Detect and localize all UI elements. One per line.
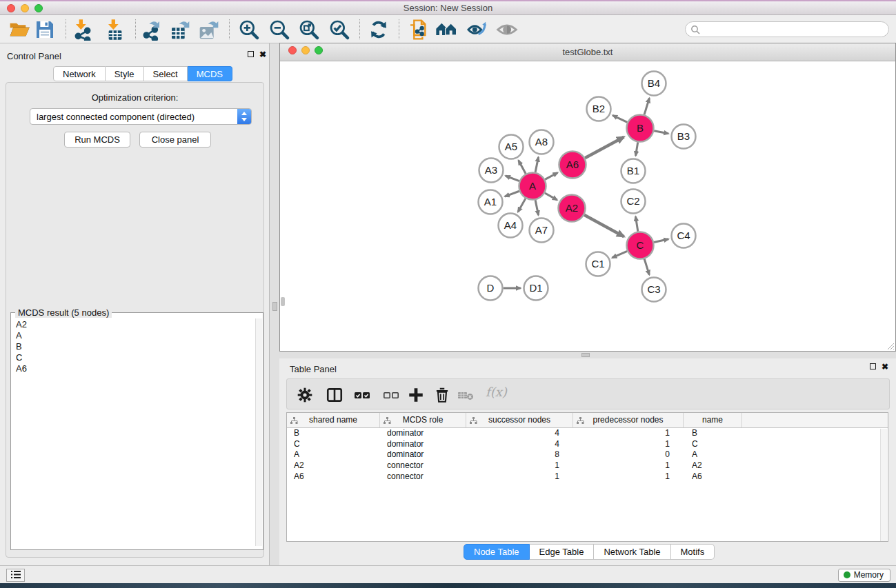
minimize-network-button[interactable]: [301, 46, 310, 54]
zoom-window-button[interactable]: [34, 4, 43, 12]
result-item[interactable]: A6: [12, 363, 256, 374]
import-network-icon[interactable]: [72, 19, 94, 41]
edge-A-A6[interactable]: [545, 172, 557, 179]
result-scrollbar[interactable]: [255, 318, 262, 546]
tab-style[interactable]: Style: [106, 66, 144, 81]
node-C[interactable]: C: [627, 232, 654, 259]
column-header-shared-name[interactable]: shared name: [287, 413, 380, 427]
node-A2[interactable]: A2: [559, 195, 586, 222]
memory-button[interactable]: Memory: [838, 569, 890, 582]
node-D[interactable]: D: [479, 276, 503, 301]
graphics-details-icon[interactable]: [466, 19, 488, 41]
edge-A-A3[interactable]: [506, 176, 519, 181]
node-A[interactable]: A: [519, 173, 546, 200]
zoom-in-icon[interactable]: [238, 19, 260, 41]
result-item[interactable]: A: [12, 330, 256, 341]
node-A8[interactable]: A8: [530, 130, 554, 154]
edge-A-A8[interactable]: [535, 157, 538, 172]
node-A4[interactable]: A4: [499, 214, 523, 238]
table-settings-gear-icon[interactable]: [296, 386, 314, 404]
node-B1[interactable]: B1: [621, 159, 646, 183]
close-network-button[interactable]: [288, 46, 297, 54]
tab-network[interactable]: Network: [53, 66, 106, 81]
refresh-layout-icon[interactable]: [368, 19, 390, 41]
minimize-window-button[interactable]: [21, 4, 29, 12]
tab-node-table[interactable]: Node Table: [464, 544, 530, 560]
resize-corner[interactable]: [886, 342, 895, 350]
network-canvas[interactable]: B4B2BB3A5A8A6A3AB1A1A2C2A4A7C4CC1DD1C3: [280, 61, 895, 352]
column-header-MCDS-role[interactable]: MCDS role: [380, 413, 466, 427]
task-history-button[interactable]: [6, 569, 25, 582]
edge-C-C4[interactable]: [654, 239, 668, 243]
node-C2[interactable]: C2: [621, 190, 646, 214]
node-B3[interactable]: B3: [672, 125, 696, 149]
copy-network-icon[interactable]: [408, 19, 430, 41]
deselect-all-rows-icon[interactable]: [382, 386, 400, 404]
table-row[interactable]: Cdominator41C: [287, 439, 888, 450]
node-B2[interactable]: B2: [587, 97, 611, 121]
node-A6[interactable]: A6: [559, 152, 586, 179]
import-table-icon[interactable]: [104, 19, 126, 41]
close-table-panel-icon[interactable]: ✖: [882, 363, 888, 370]
home-view-icon[interactable]: [435, 19, 457, 41]
delete-column-icon[interactable]: [433, 386, 451, 404]
column-header-name[interactable]: name: [684, 413, 742, 427]
table-scrollbar[interactable]: [880, 429, 887, 541]
node-A3[interactable]: A3: [479, 159, 504, 183]
node-A7[interactable]: A7: [530, 219, 554, 243]
node-A1[interactable]: A1: [479, 190, 503, 214]
close-panel-button[interactable]: Close panel: [139, 132, 211, 148]
node-A5[interactable]: A5: [499, 135, 524, 159]
edge-B-B1[interactable]: [636, 142, 638, 156]
node-B4[interactable]: B4: [642, 72, 666, 96]
tab-motifs[interactable]: Motifs: [671, 544, 715, 560]
tab-select[interactable]: Select: [144, 66, 188, 81]
select-all-rows-icon[interactable]: [353, 386, 371, 404]
function-builder-icon[interactable]: f(x): [486, 385, 507, 399]
float-panel-icon[interactable]: [248, 51, 254, 57]
close-panel-icon[interactable]: ✖: [259, 51, 266, 58]
split-handle[interactable]: [272, 302, 277, 311]
zoom-fit-icon[interactable]: [298, 19, 320, 41]
save-session-icon[interactable]: [34, 19, 56, 41]
export-image-icon[interactable]: [198, 19, 220, 41]
edge-B-B2[interactable]: [613, 115, 627, 122]
node-B[interactable]: B: [627, 115, 654, 142]
edge-C-C3[interactable]: [644, 259, 649, 275]
edge-B-B4[interactable]: [644, 98, 649, 114]
edge-A-A4[interactable]: [518, 199, 526, 212]
show-hide-details-icon[interactable]: [496, 19, 518, 41]
network-vscroll-thumb[interactable]: [281, 297, 285, 306]
network-window-titlebar[interactable]: testGlobe.txt: [280, 43, 895, 61]
edge-B-B3[interactable]: [654, 131, 668, 134]
tab-network-table[interactable]: Network Table: [594, 544, 670, 560]
node-C1[interactable]: C1: [586, 252, 610, 276]
tab-mcds[interactable]: MCDS: [188, 66, 232, 81]
result-item[interactable]: C: [12, 352, 256, 363]
add-column-icon[interactable]: [407, 386, 425, 404]
zoom-network-button[interactable]: [315, 46, 323, 54]
column-header-successor-nodes[interactable]: successor nodes: [466, 413, 573, 427]
export-network-icon[interactable]: [140, 19, 162, 41]
node-C3[interactable]: C3: [642, 278, 666, 302]
zoom-selected-icon[interactable]: [328, 19, 350, 41]
result-item[interactable]: B: [12, 341, 256, 352]
edge-C-C1[interactable]: [612, 251, 627, 258]
result-item[interactable]: A2: [12, 318, 256, 330]
horizontal-split-divider[interactable]: [279, 352, 896, 358]
edge-A6-B[interactable]: [585, 137, 624, 159]
edge-A-A2[interactable]: [545, 193, 557, 200]
edge-A2-C[interactable]: [584, 215, 624, 236]
delete-table-icon[interactable]: [457, 386, 475, 404]
column-visibility-icon[interactable]: [326, 386, 344, 404]
edge-C-C2[interactable]: [635, 216, 637, 232]
table-row[interactable]: A2connector11A2: [287, 460, 888, 472]
table-row[interactable]: A6connector11A6: [287, 472, 888, 483]
zoom-out-icon[interactable]: [268, 19, 290, 41]
optimization-criterion-select[interactable]: largest connected component (directed): [30, 108, 252, 125]
open-session-icon[interactable]: [8, 19, 30, 41]
table-row[interactable]: Bdominator41B: [287, 428, 888, 439]
export-table-icon[interactable]: [169, 19, 191, 41]
edge-A-A1[interactable]: [505, 191, 519, 196]
node-D1[interactable]: D1: [524, 276, 548, 301]
